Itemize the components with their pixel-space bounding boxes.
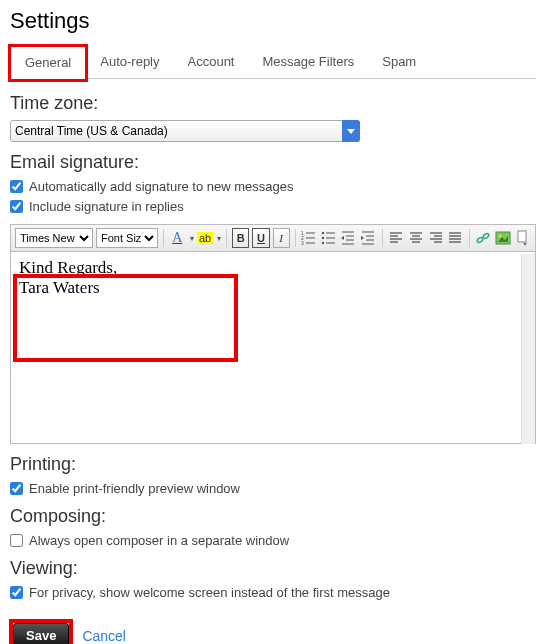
insert-link-button[interactable] xyxy=(475,228,492,248)
privacy-welcome-checkbox[interactable] xyxy=(10,586,23,599)
print-preview-label: Enable print-friendly preview window xyxy=(29,481,240,496)
timezone-section-label: Time zone: xyxy=(10,93,536,114)
tab-general[interactable]: General xyxy=(10,46,86,79)
auto-add-signature-label: Automatically add signature to new messa… xyxy=(29,179,293,194)
signature-textarea[interactable]: Kind Regards, Tara Waters xyxy=(10,252,536,444)
cancel-link[interactable]: Cancel xyxy=(82,628,126,644)
print-preview-checkbox[interactable] xyxy=(10,482,23,495)
align-left-button[interactable] xyxy=(388,228,405,248)
svg-rect-43 xyxy=(518,231,526,242)
font-family-select[interactable]: Times New R xyxy=(15,228,93,248)
separate-window-label: Always open composer in a separate windo… xyxy=(29,533,289,548)
include-replies-checkbox[interactable] xyxy=(10,200,23,213)
font-size-select[interactable]: Font Size xyxy=(96,228,158,248)
indent-button[interactable] xyxy=(360,228,377,248)
chevron-down-icon[interactable]: ▾ xyxy=(190,234,194,243)
page-title: Settings xyxy=(10,8,536,34)
bold-button[interactable]: B xyxy=(232,228,249,248)
settings-tabs: General Auto-reply Account Message Filte… xyxy=(10,46,536,79)
insert-image-button[interactable] xyxy=(494,228,511,248)
timezone-select[interactable]: Central Time (US & Canada) xyxy=(10,120,360,142)
svg-point-38 xyxy=(476,237,483,244)
svg-point-39 xyxy=(482,233,489,240)
bullet-list-button[interactable] xyxy=(320,228,337,248)
tab-filters[interactable]: Message Filters xyxy=(248,46,368,78)
svg-point-11 xyxy=(321,242,323,244)
signature-section-label: Email signature: xyxy=(10,152,536,173)
tab-account[interactable]: Account xyxy=(174,46,249,78)
signature-line2: Tara Waters xyxy=(19,278,527,298)
numbered-list-button[interactable]: 123 xyxy=(301,228,318,248)
composing-section-label: Composing: xyxy=(10,506,536,527)
editor-toolbar: Times New R Font Size A ▾ ab ▾ B U I 123 xyxy=(10,224,536,252)
save-button[interactable]: Save xyxy=(13,623,69,644)
outdent-button[interactable] xyxy=(340,228,357,248)
svg-point-10 xyxy=(321,237,323,239)
chevron-down-icon[interactable]: ▾ xyxy=(217,234,221,243)
highlight-color-button[interactable]: ab xyxy=(197,228,214,248)
signature-editor: Times New R Font Size A ▾ ab ▾ B U I 123 xyxy=(10,224,536,444)
align-center-button[interactable] xyxy=(407,228,424,248)
text-color-button[interactable]: A xyxy=(169,228,186,248)
editor-scrollbar[interactable] xyxy=(521,254,535,444)
svg-point-41 xyxy=(498,235,501,238)
include-replies-label: Include signature in replies xyxy=(29,199,184,214)
svg-point-9 xyxy=(321,232,323,234)
signature-line1: Kind Regards, xyxy=(19,258,527,278)
viewing-section-label: Viewing: xyxy=(10,558,536,579)
svg-marker-21 xyxy=(361,236,364,240)
svg-marker-16 xyxy=(341,236,344,240)
tab-label: General xyxy=(25,55,71,70)
auto-add-signature-checkbox[interactable] xyxy=(10,180,23,193)
printing-section-label: Printing: xyxy=(10,454,536,475)
tab-spam[interactable]: Spam xyxy=(368,46,430,78)
insert-file-button[interactable] xyxy=(514,228,531,248)
align-right-button[interactable] xyxy=(427,228,444,248)
separate-window-checkbox[interactable] xyxy=(10,534,23,547)
privacy-welcome-label: For privacy, show welcome screen instead… xyxy=(29,585,390,600)
svg-text:3: 3 xyxy=(301,240,304,246)
tab-autoreply[interactable]: Auto-reply xyxy=(86,46,173,78)
underline-button[interactable]: U xyxy=(252,228,269,248)
italic-button[interactable]: I xyxy=(273,228,290,248)
svg-marker-44 xyxy=(523,243,527,246)
align-justify-button[interactable] xyxy=(447,228,464,248)
